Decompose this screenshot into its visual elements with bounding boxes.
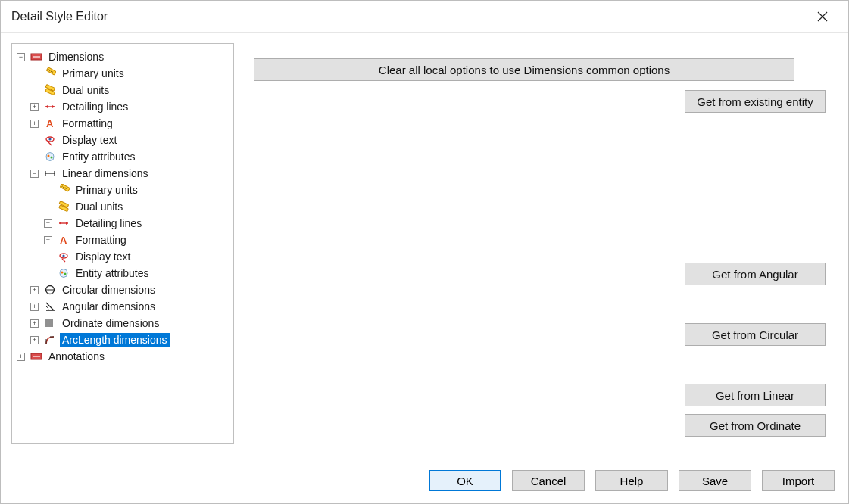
tree-item-lin-detailing-lines[interactable]: + Detailing lines: [42, 215, 230, 232]
tree-label: Display text: [60, 133, 119, 147]
dimensions-icon: [30, 50, 43, 64]
tree-item-primary-units[interactable]: Primary units: [29, 65, 230, 82]
tree-label: Ordinate dimensions: [60, 316, 161, 330]
detailing-icon: [43, 100, 57, 114]
close-button[interactable]: [807, 2, 838, 32]
tree-label: Entity attributes: [73, 266, 151, 280]
tree-label: Detailing lines: [73, 216, 144, 230]
get-from-existing-button[interactable]: Get from existing entity: [685, 90, 826, 113]
tree-item-lin-formatting[interactable]: + Formatting: [42, 232, 230, 248]
get-from-circular-button[interactable]: Get from Circular: [685, 323, 826, 346]
entity-attrs-icon: [43, 150, 57, 163]
tree-label: Primary units: [60, 67, 126, 80]
entity-attrs-icon: [57, 266, 70, 280]
get-from-ordinate-button[interactable]: Get from Ordinate: [685, 414, 826, 437]
angular-icon: [43, 300, 57, 313]
tree-item-dimensions[interactable]: − Dimensions: [15, 48, 230, 65]
dialog-window: Detail Style Editor − Dimensions: [0, 0, 849, 504]
annotations-icon: [30, 350, 43, 363]
close-icon: [817, 11, 828, 22]
tree-label: Formatting: [60, 117, 115, 130]
tree-label: Dimensions: [46, 50, 106, 64]
tree-item-lin-entity-attributes[interactable]: Entity attributes: [42, 265, 230, 282]
ruler2-icon: [43, 83, 57, 97]
cancel-button[interactable]: Cancel: [512, 470, 585, 491]
options-panel: Clear all local options to use Dimension…: [254, 43, 835, 458]
tree-label: Dual units: [73, 200, 125, 213]
clear-all-button[interactable]: Clear all local options to use Dimension…: [254, 58, 794, 81]
ruler2-icon: [57, 200, 70, 213]
detailing-icon: [57, 216, 70, 230]
help-button[interactable]: Help: [595, 470, 668, 491]
tree-item-ordinate-dimensions[interactable]: + Ordinate dimensions: [29, 315, 230, 331]
tree-label: Annotations: [46, 350, 107, 363]
ordinate-icon: [43, 316, 57, 330]
expand-icon[interactable]: +: [30, 120, 39, 128]
expand-icon[interactable]: +: [30, 103, 39, 111]
dialog-footer: OK Cancel Help Save Import: [1, 458, 848, 503]
expand-icon[interactable]: +: [17, 353, 25, 361]
tree-item-detailing-lines[interactable]: + Detailing lines: [29, 98, 230, 115]
tree-item-dual-units[interactable]: Dual units: [29, 82, 230, 98]
tree-item-angular-dimensions[interactable]: + Angular dimensions: [29, 298, 230, 315]
titlebar: Detail Style Editor: [1, 1, 848, 33]
tree-label: Detailing lines: [60, 100, 130, 114]
save-button[interactable]: Save: [679, 470, 751, 491]
tree-item-entity-attributes[interactable]: Entity attributes: [29, 148, 230, 165]
tree-label: Circular dimensions: [60, 283, 158, 297]
tree-item-circular-dimensions[interactable]: + Circular dimensions: [29, 282, 230, 298]
tree-label: Dual units: [60, 83, 111, 97]
style-tree[interactable]: − Dimensions Primary units: [11, 43, 234, 444]
tree-label: Entity attributes: [60, 150, 138, 163]
expand-icon[interactable]: +: [44, 236, 52, 244]
import-button[interactable]: Import: [762, 470, 835, 491]
display-text-icon: [57, 250, 70, 263]
tree-label: Display text: [73, 250, 133, 263]
tree-label: Linear dimensions: [60, 166, 151, 180]
tree-item-display-text[interactable]: Display text: [29, 132, 230, 148]
expand-icon[interactable]: +: [30, 336, 39, 344]
tree-label: Angular dimensions: [60, 300, 158, 313]
expand-icon[interactable]: +: [30, 286, 39, 294]
expand-icon[interactable]: +: [30, 319, 39, 328]
tree-item-lin-display-text[interactable]: Display text: [42, 248, 230, 265]
tree-label: ArcLength dimensions: [60, 333, 170, 347]
get-from-angular-button[interactable]: Get from Angular: [685, 263, 826, 285]
linear-icon: [43, 166, 57, 180]
tree-item-formatting[interactable]: + Formatting: [29, 115, 230, 132]
get-from-linear-button[interactable]: Get from Linear: [685, 384, 826, 406]
ruler-icon: [43, 67, 57, 80]
circular-icon: [43, 283, 57, 297]
formatting-icon: [57, 233, 70, 247]
tree-item-linear-dimensions[interactable]: − Linear dimensions: [29, 165, 230, 182]
tree-item-annotations[interactable]: + Annotations: [15, 348, 230, 365]
tree-label: Primary units: [73, 183, 140, 197]
collapse-icon[interactable]: −: [30, 170, 39, 178]
tree-label: Formatting: [73, 233, 129, 247]
window-title: Detail Style Editor: [11, 10, 108, 23]
arclength-icon: [43, 333, 57, 347]
expand-icon[interactable]: +: [44, 219, 52, 228]
tree-item-lin-primary-units[interactable]: Primary units: [42, 182, 230, 198]
collapse-icon[interactable]: −: [17, 53, 25, 61]
display-text-icon: [43, 133, 57, 147]
tree-item-arclength-dimensions[interactable]: + ArcLength dimensions: [29, 331, 230, 348]
formatting-icon: [43, 117, 57, 130]
tree-item-lin-dual-units[interactable]: Dual units: [42, 198, 230, 215]
ruler-icon: [57, 183, 70, 197]
expand-icon[interactable]: +: [30, 303, 39, 311]
ok-button[interactable]: OK: [429, 470, 501, 491]
